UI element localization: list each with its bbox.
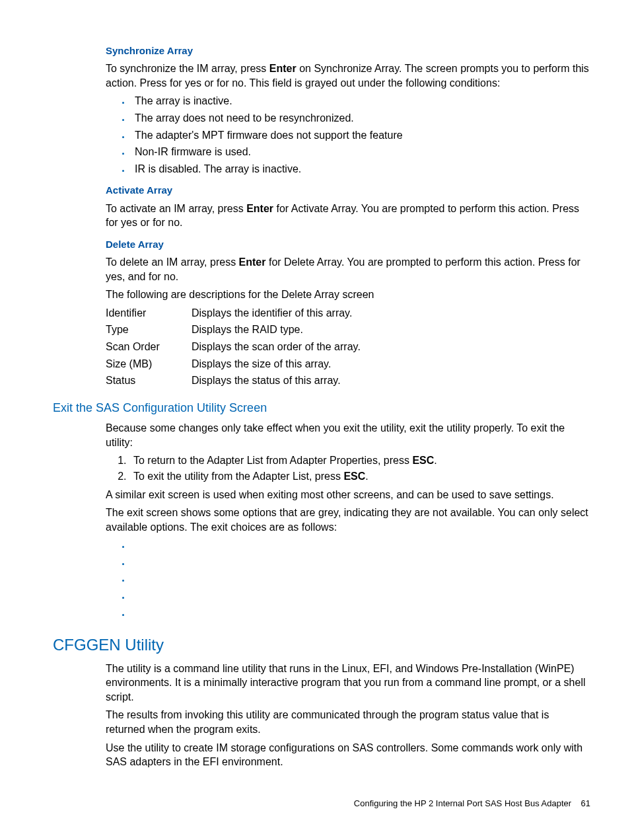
def-desc: Displays the identifier of this array. [192, 306, 590, 321]
def-desc: Displays the scan order of the array. [192, 340, 590, 354]
sync-bullet-list: The array is inactive. The array does no… [106, 94, 590, 176]
list-item [131, 538, 590, 553]
list-item: The adapter's MPT firmware does not supp… [131, 128, 590, 143]
list-item: Non-IR firmware is used. [131, 145, 590, 159]
page-footer: Configuring the HP 2 Internal Port SAS H… [354, 798, 590, 810]
text: To synchronize the IM array, press [106, 63, 269, 74]
activate-paragraph: To activate an IM array, press Enter for… [106, 202, 590, 230]
list-item [131, 606, 590, 621]
sync-paragraph: To synchronize the IM array, press Enter… [106, 61, 590, 90]
definitions-table: Identifier Displays the identifier of th… [106, 306, 590, 388]
key-enter: Enter [269, 63, 297, 74]
list-item: IR is disabled. The array is inactive. [131, 162, 590, 176]
exit-paragraph-3: The exit screen shows some options that … [106, 506, 590, 534]
delete-desc-intro: The following are descriptions for the D… [106, 287, 590, 302]
heading-synchronize-array: Synchronize Array [106, 44, 590, 57]
page-number: 61 [581, 798, 590, 808]
key-enter: Enter [239, 256, 266, 268]
exit-steps: To return to the Adapter List from Adapt… [106, 453, 590, 483]
text: To exit the utility from the Adapter Lis… [133, 471, 343, 482]
table-row: Scan Order Displays the scan order of th… [106, 340, 590, 354]
exit-paragraph-2: A similar exit screen is used when exiti… [106, 488, 590, 502]
def-term: Scan Order [106, 340, 192, 354]
heading-cfggen-utility: CFGGEN Utility [53, 634, 590, 656]
text: To return to the Adapter List from Adapt… [133, 455, 412, 466]
text: . [365, 471, 368, 482]
list-item [131, 589, 590, 603]
key-enter: Enter [246, 203, 273, 214]
text: To activate an IM array, press [106, 203, 246, 214]
text: . [434, 455, 437, 466]
table-row: Identifier Displays the identifier of th… [106, 306, 590, 321]
key-esc: ESC [412, 455, 434, 466]
heading-exit-screen: Exit the SAS Configuration Utility Scree… [53, 400, 590, 416]
list-item: The array is inactive. [131, 94, 590, 108]
list-item [131, 572, 590, 586]
heading-delete-array: Delete Array [106, 238, 590, 251]
def-term: Identifier [106, 306, 192, 321]
cfggen-paragraph-2: The results from invoking this utility a… [106, 708, 590, 736]
def-desc: Displays the RAID type. [192, 323, 590, 337]
delete-paragraph: To delete an IM array, press Enter for D… [106, 255, 590, 284]
text: To delete an IM array, press [106, 256, 239, 268]
table-row: Status Displays the status of this array… [106, 373, 590, 388]
list-item: The array does not need to be resynchron… [131, 111, 590, 126]
table-row: Size (MB) Displays the size of this arra… [106, 357, 590, 371]
list-item [131, 555, 590, 570]
def-term: Status [106, 373, 192, 388]
list-item: To return to the Adapter List from Adapt… [129, 453, 590, 468]
heading-activate-array: Activate Array [106, 184, 590, 197]
key-esc: ESC [343, 471, 365, 482]
def-term: Size (MB) [106, 357, 192, 371]
exit-paragraph-1: Because some changes only take effect wh… [106, 421, 590, 449]
footer-text: Configuring the HP 2 Internal Port SAS H… [354, 798, 571, 808]
def-desc: Displays the status of this array. [192, 373, 590, 388]
table-row: Type Displays the RAID type. [106, 323, 590, 337]
cfggen-paragraph-1: The utility is a command line utility th… [106, 662, 590, 705]
def-desc: Displays the size of this array. [192, 357, 590, 371]
def-term: Type [106, 323, 192, 337]
list-item: To exit the utility from the Adapter Lis… [129, 469, 590, 484]
exit-bullet-list [106, 538, 590, 620]
cfggen-paragraph-3: Use the utility to create IM storage con… [106, 741, 590, 769]
